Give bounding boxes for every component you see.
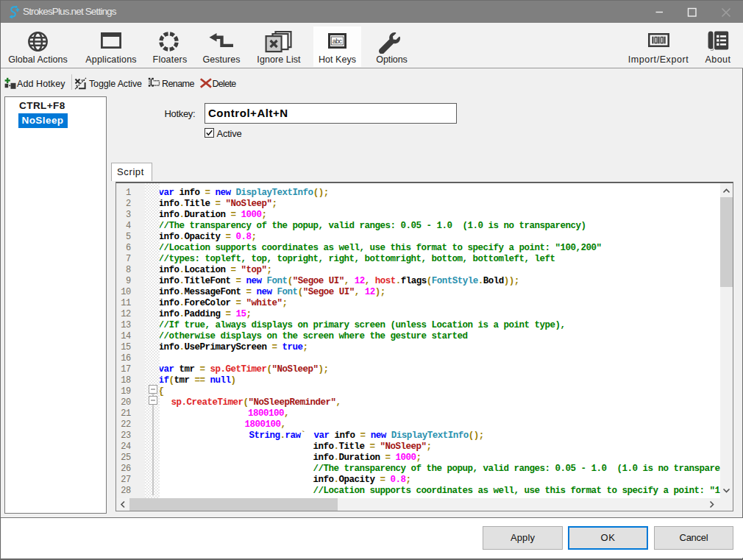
svg-text:abc: abc	[333, 37, 343, 44]
